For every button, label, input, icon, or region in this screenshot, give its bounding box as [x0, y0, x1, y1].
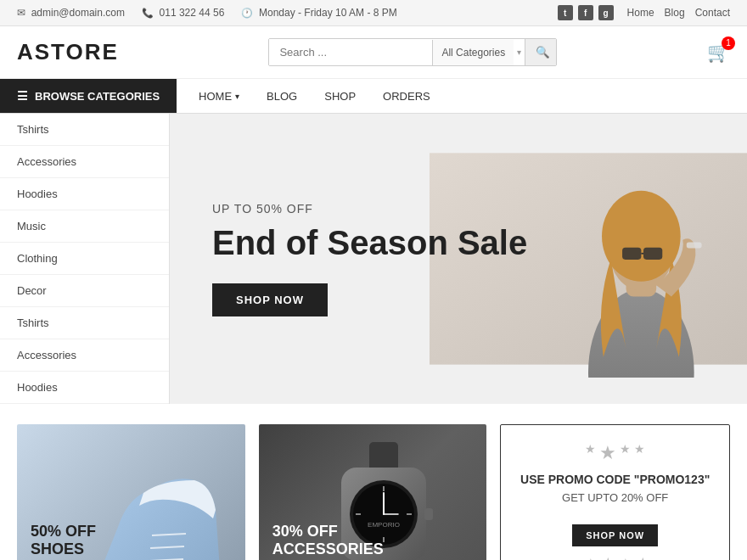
top-bar: admin@domain.com 011 322 44 56 Monday - … [0, 0, 747, 26]
coupon-shop-now-button[interactable]: SHOP NOW [572, 524, 658, 546]
hero-title: End of Season Sale [212, 222, 527, 263]
sidebar-item-accessories-2[interactable]: Accessories [0, 339, 169, 372]
shoes-promo-text: 50% OFF SHOES SHOP NOW [17, 509, 130, 560]
svg-rect-8 [687, 242, 702, 248]
hero-subtitle: UP TO 50% OFF [212, 202, 527, 216]
star-lg-3: ★ [617, 555, 634, 560]
browse-categories-button[interactable]: ☰ BROWSE CATEGORIES [0, 79, 177, 113]
social-icons: t f g [558, 5, 614, 20]
hero-content: UP TO 50% OFF End of Season Sale SHOP NO… [170, 168, 570, 350]
hero-banner: UP TO 50% OFF End of Season Sale SHOP NO… [170, 114, 747, 404]
email-info: admin@domain.com [17, 7, 125, 19]
svg-rect-23 [424, 508, 433, 520]
watch-label-line1: 30% OFF [272, 523, 384, 541]
hero-shop-now-button[interactable]: SHOP NOW [212, 283, 328, 316]
topbar-nav: Home Blog Contact [627, 7, 730, 19]
sidebar-item-hoodies-1[interactable]: Hoodies [0, 178, 169, 210]
star-sm-2: ★ [620, 442, 631, 464]
coupon-title: USE PROMO CODE "PROMO123" [520, 473, 710, 486]
nav-home-link[interactable]: HOME [185, 80, 253, 113]
promo-coupon-card: ★ ★ ★ ★ USE PROMO CODE "PROMO123" GET UP… [500, 424, 730, 560]
coupon-subtitle: GET UPTO 20% OFF [520, 491, 710, 504]
coupon-content: ★ ★ ★ ★ USE PROMO CODE "PROMO123" GET UP… [503, 425, 727, 560]
facebook-icon[interactable]: f [578, 5, 593, 20]
promo-section: 50% OFF SHOES SHOP NOW [0, 404, 747, 560]
main-content: Tshirts Accessories Hoodies Music Clothi… [0, 114, 747, 404]
nav-blog-link[interactable]: BLOG [253, 80, 311, 113]
logo: ASTORE [17, 39, 119, 65]
search-icon: 🔍 [536, 46, 550, 59]
cart-badge: 1 [722, 36, 735, 50]
category-chevron: ▾ [514, 48, 525, 57]
coupon-stars-bottom: ★ ★ ★ ★ [520, 555, 710, 560]
star-sm-3: ★ [634, 442, 645, 464]
top-bar-right: t f g Home Blog Contact [558, 5, 730, 20]
search-bar: All Categories ▾ 🔍 [268, 38, 557, 66]
email-icon [17, 7, 25, 19]
svg-rect-12 [369, 442, 398, 472]
star-lg-1: ★ [599, 442, 616, 464]
shoes-label-line1: 50% OFF [31, 523, 116, 541]
watch-label-line2: ACCESSORIES [272, 540, 384, 559]
svg-rect-6 [643, 248, 662, 260]
watch-promo-text: 30% OFF ACCESSORIES SHOP NOW [259, 509, 397, 560]
star-lg-2: ★ [582, 555, 599, 560]
sidebar-item-accessories-1[interactable]: Accessories [0, 146, 169, 178]
top-bar-left: admin@domain.com 011 322 44 56 Monday - … [17, 7, 397, 19]
star-sm-1: ★ [585, 442, 596, 464]
promo-shoes-card: 50% OFF SHOES SHOP NOW [17, 424, 245, 560]
hours-info: Monday - Friday 10 AM - 8 PM [241, 7, 396, 19]
phone-icon [142, 7, 154, 19]
svg-point-4 [602, 191, 681, 282]
search-button[interactable]: 🔍 [525, 39, 557, 65]
sidebar-item-tshirts-2[interactable]: Tshirts [0, 307, 169, 339]
twitter-icon[interactable]: t [558, 5, 573, 20]
hours-text: Monday - Friday 10 AM - 8 PM [259, 7, 397, 19]
phone-info: 011 322 44 56 [142, 7, 224, 19]
star-sm-4: ★ [603, 555, 614, 560]
star-sm-5: ★ [637, 555, 649, 560]
email-text: admin@domain.com [31, 7, 125, 19]
shoes-label-line2: SHOES [31, 540, 116, 559]
sidebar-item-decor[interactable]: Decor [0, 275, 169, 307]
topbar-contact-link[interactable]: Contact [695, 7, 730, 19]
coupon-stars-top: ★ ★ ★ ★ [520, 442, 710, 464]
phone-text: 011 322 44 56 [160, 7, 225, 19]
clock-icon [241, 7, 253, 19]
sidebar-item-hoodies-2[interactable]: Hoodies [0, 372, 169, 404]
browse-label: BROWSE CATEGORIES [35, 90, 160, 103]
topbar-blog-link[interactable]: Blog [665, 7, 685, 19]
topbar-home-link[interactable]: Home [627, 7, 654, 19]
nav-shop-link[interactable]: SHOP [311, 80, 369, 113]
search-input[interactable] [269, 39, 432, 65]
nav-orders-link[interactable]: ORDERS [369, 80, 444, 113]
sidebar-item-music[interactable]: Music [0, 210, 169, 243]
sidebar-item-tshirts-1[interactable]: Tshirts [0, 114, 169, 146]
sidebar-item-clothing[interactable]: Clothing [0, 243, 169, 275]
svg-rect-5 [622, 248, 641, 260]
main-nav: HOME BLOG SHOP ORDERS [177, 79, 452, 113]
nav-bar: ☰ BROWSE CATEGORIES HOME BLOG SHOP ORDER… [0, 79, 747, 114]
sidebar: Tshirts Accessories Hoodies Music Clothi… [0, 114, 170, 404]
cart-button[interactable]: 🛒 1 [707, 42, 730, 64]
promo-watch-card: EMPORIO 30% OFF ACCESSORIES SHOP NOW [259, 424, 487, 560]
header: ASTORE All Categories ▾ 🔍 🛒 1 [0, 26, 747, 79]
bars-icon: ☰ [17, 89, 28, 103]
search-category-select[interactable]: All Categories [432, 40, 514, 65]
google-icon[interactable]: g [598, 5, 614, 20]
